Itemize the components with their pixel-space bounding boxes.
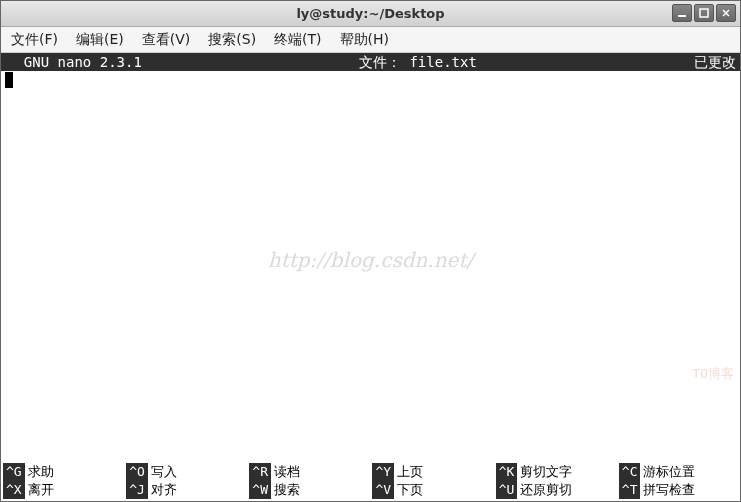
nano-header: GNU nano 2.3.1 文件： file.txt 已更改 xyxy=(1,53,740,71)
svg-rect-0 xyxy=(678,15,686,17)
svg-rect-1 xyxy=(700,9,708,17)
sc-prevpage: ^Y上页 xyxy=(372,463,491,481)
shortcuts: ^G求助 ^O写入 ^R读档 ^Y上页 ^K剪切文字 ^C游标位置 ^X离开 ^… xyxy=(1,463,740,501)
window-title: ly@study:~/Desktop xyxy=(296,6,444,21)
terminal-area[interactable]: GNU nano 2.3.1 文件： file.txt 已更改 http://b… xyxy=(1,53,740,501)
nano-file: 文件： file.txt xyxy=(142,53,694,71)
window-controls xyxy=(672,4,736,22)
titlebar: ly@study:~/Desktop xyxy=(1,1,740,27)
menu-terminal[interactable]: 终端(T) xyxy=(270,29,325,51)
close-button[interactable] xyxy=(716,4,736,22)
sc-help: ^G求助 xyxy=(3,463,122,481)
nano-version: GNU nano 2.3.1 xyxy=(3,53,142,71)
sc-cut: ^K剪切文字 xyxy=(496,463,615,481)
text-cursor xyxy=(5,72,13,88)
watermark: http://blog.csdn.net/ xyxy=(1,251,740,269)
menu-view[interactable]: 查看(V) xyxy=(138,29,195,51)
minimize-button[interactable] xyxy=(672,4,692,22)
sc-nextpage: ^V下页 xyxy=(372,481,491,499)
sc-uncut: ^U还原剪切 xyxy=(496,481,615,499)
menu-help[interactable]: 帮助(H) xyxy=(336,29,393,51)
sc-exit: ^X离开 xyxy=(3,481,122,499)
editor-area[interactable]: http://blog.csdn.net/ TO博客 xyxy=(1,71,740,445)
maximize-button[interactable] xyxy=(694,4,714,22)
sc-whereis: ^W搜索 xyxy=(249,481,368,499)
spacer xyxy=(1,445,740,463)
terminal-window: ly@study:~/Desktop 文件(F) 编辑(E) 查看(V) 搜索(… xyxy=(0,0,741,502)
sc-readfile: ^R读档 xyxy=(249,463,368,481)
menu-search[interactable]: 搜索(S) xyxy=(204,29,260,51)
corner-watermark: TO博客 xyxy=(692,365,734,383)
sc-curpos: ^C游标位置 xyxy=(619,463,738,481)
menu-file[interactable]: 文件(F) xyxy=(7,29,62,51)
sc-spell: ^T拼写检查 xyxy=(619,481,738,499)
sc-writeout: ^O写入 xyxy=(126,463,245,481)
menu-edit[interactable]: 编辑(E) xyxy=(72,29,128,51)
sc-justify: ^J对齐 xyxy=(126,481,245,499)
menubar: 文件(F) 编辑(E) 查看(V) 搜索(S) 终端(T) 帮助(H) xyxy=(1,27,740,53)
nano-status: 已更改 xyxy=(694,53,738,71)
